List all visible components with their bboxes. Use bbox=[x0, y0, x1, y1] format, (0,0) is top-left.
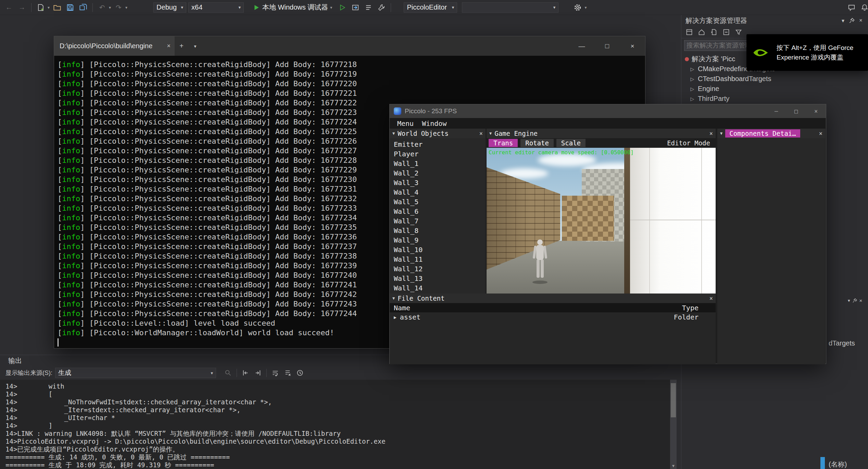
console-tab[interactable]: D:\piccolo\Piccolo\build\engine × bbox=[54, 36, 175, 56]
console-titlebar[interactable]: D:\piccolo\Piccolo\build\engine × + ▾ — … bbox=[54, 36, 645, 56]
close-button[interactable]: × bbox=[806, 104, 826, 118]
tab-world-objects[interactable]: World Objects bbox=[398, 129, 449, 138]
gear-icon[interactable] bbox=[572, 2, 583, 13]
world-object-item[interactable]: Wall_13 bbox=[390, 274, 486, 283]
tree-chevron-icon[interactable]: ▷ bbox=[690, 76, 695, 82]
tree-chevron-icon[interactable]: ▷ bbox=[690, 66, 695, 72]
close-icon[interactable]: × bbox=[856, 16, 865, 25]
world-object-item[interactable]: Wall_5 bbox=[390, 197, 486, 207]
rotate-tool-button[interactable]: Rotate bbox=[520, 139, 554, 147]
close-button[interactable]: × bbox=[620, 36, 645, 56]
scrollbar-thumb[interactable] bbox=[671, 383, 676, 417]
redo-dropdown-icon[interactable]: ▾ bbox=[125, 5, 127, 10]
undo-icon[interactable]: ↶ bbox=[97, 2, 108, 13]
chevron-down-icon[interactable]: ▾ bbox=[848, 298, 850, 303]
nvidia-overlay-toast[interactable]: 按下 Alt+Z，使用 GeForce Experience 游戏内覆盖 bbox=[746, 34, 868, 71]
previous-message-icon[interactable] bbox=[240, 368, 251, 378]
platform-combo[interactable]: x64▾ bbox=[188, 2, 244, 13]
world-object-item[interactable]: Wall_3 bbox=[390, 178, 486, 187]
close-tab-icon[interactable]: × bbox=[167, 42, 171, 50]
filter-icon[interactable] bbox=[734, 28, 743, 37]
world-object-item[interactable]: Wall_12 bbox=[390, 264, 486, 274]
startup-project-combo[interactable]: PiccoloEditor▾ bbox=[404, 2, 457, 13]
collapse-icon[interactable]: ▼ bbox=[392, 296, 395, 301]
world-object-item[interactable]: Wall_8 bbox=[390, 226, 486, 235]
navigate-forward-icon[interactable]: → bbox=[16, 2, 27, 13]
file-row[interactable]: ▶ asset Folder bbox=[390, 312, 716, 322]
save-icon[interactable] bbox=[65, 2, 76, 13]
world-object-item[interactable]: Wall_4 bbox=[390, 187, 486, 197]
scale-tool-button[interactable]: Scale bbox=[556, 139, 586, 147]
save-all-icon[interactable] bbox=[78, 2, 89, 13]
world-object-item[interactable]: Wall_2 bbox=[390, 168, 486, 178]
new-item-dropdown-icon[interactable]: ▾ bbox=[48, 5, 50, 10]
maximize-button[interactable]: □ bbox=[786, 104, 806, 118]
close-icon[interactable]: × bbox=[859, 298, 863, 303]
open-folder-icon[interactable] bbox=[52, 2, 63, 13]
tab-file-content[interactable]: File Content bbox=[398, 294, 444, 302]
autoscroll-clock-icon[interactable] bbox=[295, 368, 305, 378]
clear-all-icon[interactable] bbox=[282, 368, 293, 378]
scrollbar-thumb-fragment[interactable] bbox=[820, 457, 825, 469]
home-icon[interactable] bbox=[697, 28, 706, 37]
undo-dropdown-icon[interactable]: ▾ bbox=[109, 5, 111, 10]
notification-bell-icon[interactable] bbox=[859, 2, 868, 13]
scroll-down-icon[interactable]: ▼ bbox=[670, 464, 677, 468]
close-icon[interactable]: × bbox=[709, 130, 713, 137]
expand-icon[interactable]: ▶ bbox=[394, 315, 397, 320]
new-item-icon[interactable] bbox=[35, 2, 46, 13]
output-source-combo[interactable]: 生成 ▾ bbox=[55, 368, 216, 378]
sync-active-document-icon[interactable] bbox=[709, 28, 718, 37]
world-object-item[interactable]: Wall_14 bbox=[390, 283, 486, 293]
feedback-icon[interactable] bbox=[846, 2, 857, 13]
collapse-icon[interactable]: ▼ bbox=[720, 131, 722, 136]
redo-icon[interactable]: ↷ bbox=[113, 2, 124, 13]
world-object-item[interactable]: Wall_11 bbox=[390, 255, 486, 264]
list-members-icon[interactable] bbox=[363, 2, 374, 13]
menu-item[interactable]: Window bbox=[418, 119, 451, 128]
output-scrollbar[interactable]: ▼ bbox=[670, 380, 677, 469]
tree-chevron-icon[interactable]: ▷ bbox=[690, 86, 695, 92]
close-icon[interactable]: × bbox=[709, 295, 713, 302]
solution-tree-row[interactable]: ▷ Engine bbox=[681, 84, 868, 94]
gear-dropdown-icon[interactable]: ▾ bbox=[584, 5, 587, 10]
start-debugging-button[interactable]: 本地 Windows 调试器 ▾ bbox=[251, 2, 335, 13]
world-object-item[interactable]: Wall_6 bbox=[390, 207, 486, 216]
close-icon[interactable]: × bbox=[819, 130, 822, 137]
3d-viewport[interactable]: Current editor camera move speed: [0.050… bbox=[487, 148, 716, 294]
configuration-combo[interactable]: Debug▾ bbox=[153, 2, 186, 13]
maximize-button[interactable]: □ bbox=[594, 36, 620, 56]
world-object-item[interactable]: Emitter bbox=[390, 140, 486, 149]
output-content[interactable]: 14> with 14> [ 14> _NoThrowFwdIt=stdext:… bbox=[0, 380, 677, 469]
minimize-button[interactable]: — bbox=[569, 36, 594, 56]
solution-tree-row[interactable]: ▷ CTestDashboardTargets bbox=[681, 74, 868, 84]
pin-icon[interactable] bbox=[847, 16, 856, 25]
world-object-item[interactable]: Player bbox=[390, 149, 486, 159]
world-object-item[interactable]: Wall_10 bbox=[390, 245, 486, 255]
translate-tool-button[interactable]: Trans bbox=[489, 139, 518, 147]
pin-icon[interactable] bbox=[852, 298, 857, 303]
build-tools-icon[interactable] bbox=[376, 2, 387, 13]
world-object-item[interactable]: Wall_7 bbox=[390, 216, 486, 226]
collapse-icon[interactable]: ▼ bbox=[392, 131, 395, 136]
minimize-button[interactable]: — bbox=[766, 104, 786, 118]
tab-components-details[interactable]: Components Detai… bbox=[725, 129, 800, 138]
tree-chevron-icon[interactable]: ▷ bbox=[690, 96, 695, 102]
tab-game-engine[interactable]: Game Engine bbox=[494, 129, 538, 138]
navigate-back-icon[interactable]: ← bbox=[3, 2, 14, 13]
find-message-icon[interactable] bbox=[223, 368, 233, 378]
switch-views-icon[interactable] bbox=[685, 28, 694, 37]
piccolo-titlebar[interactable]: Piccolo - 253 FPS — □ × bbox=[390, 104, 826, 118]
player-character[interactable] bbox=[530, 239, 550, 285]
next-message-icon[interactable] bbox=[253, 368, 263, 378]
extra-combo[interactable]: ▾ bbox=[462, 2, 558, 13]
chevron-down-icon[interactable]: ▾ bbox=[839, 16, 847, 25]
world-object-item[interactable]: Wall_1 bbox=[390, 159, 486, 168]
new-tab-icon[interactable]: + bbox=[175, 36, 188, 56]
solution-tree-row[interactable]: ▷ ThirdParty bbox=[681, 94, 868, 104]
world-object-item[interactable]: Wall_9 bbox=[390, 235, 486, 245]
close-icon[interactable]: × bbox=[479, 130, 483, 137]
attach-process-icon[interactable] bbox=[350, 2, 361, 13]
word-wrap-icon[interactable] bbox=[270, 368, 280, 378]
start-without-debugging-icon[interactable] bbox=[337, 2, 348, 13]
